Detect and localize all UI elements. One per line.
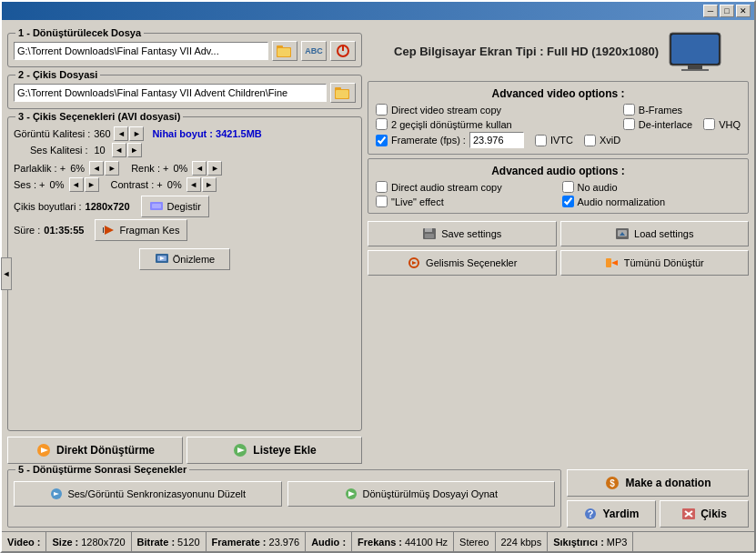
- ses-arrows: ◄ ►: [69, 177, 99, 192]
- senk-button[interactable]: Ses/Görüntü Senkronizasyonunu Düzelt: [14, 481, 282, 507]
- make-donation-button[interactable]: $ Make a donation: [567, 469, 749, 497]
- bottom-section: 5 - Dönüştürme Sonrasi Seçenekler Ses/Gö…: [2, 469, 754, 531]
- onizleme-button[interactable]: Önizleme: [139, 248, 230, 270]
- parlaklik-dec-button[interactable]: ◄: [89, 161, 104, 176]
- main-window: ─ □ ✕ 1 - Dönüştürülecek Dosya: [0, 0, 756, 553]
- stereo-status: Stereo: [454, 532, 495, 551]
- direct-audio-label: Direct audio stream copy: [391, 182, 502, 193]
- goruntu-row: Görüntü Kalitesi : 360 ◄ ► Nihai boyut :…: [14, 126, 356, 141]
- output-file-input[interactable]: [14, 84, 327, 102]
- size-status: Size : 1280x720: [46, 532, 131, 551]
- svg-rect-7: [336, 90, 348, 98]
- load-settings-button[interactable]: Load settings: [560, 221, 750, 246]
- ses-value: 0%: [48, 179, 66, 190]
- browse-video-button[interactable]: [272, 41, 297, 61]
- collapse-button[interactable]: ◄: [1, 257, 12, 290]
- source-file-input[interactable]: [14, 42, 268, 60]
- renk-inc-button[interactable]: ►: [207, 161, 222, 176]
- framerate-input[interactable]: [469, 132, 524, 148]
- svg-rect-25: [425, 234, 434, 238]
- direkt-button[interactable]: Direkt Dönüştürme: [7, 437, 183, 464]
- ses-kal-dec-button[interactable]: ◄: [112, 143, 126, 157]
- live-effect-row: "Live" effect: [376, 196, 555, 207]
- minimize-button[interactable]: ─: [703, 5, 718, 17]
- advanced-audio-section: Advanced audio options : Direct audio st…: [368, 158, 749, 214]
- fragman-button[interactable]: Fragman Kes: [95, 219, 187, 241]
- action-buttons: Save settings Load settings Gelismi: [368, 221, 749, 276]
- twopass-label: 2 geçişli dönüştürme kullan: [391, 119, 512, 130]
- goruntu-dec-button[interactable]: ◄: [114, 126, 128, 141]
- oynat-button[interactable]: Dönüştürülmüş Dosyayi Oynat: [287, 481, 556, 507]
- ses-kal-row: Ses Kalitesi : 10 ◄ ►: [14, 143, 356, 157]
- svg-text:$: $: [610, 478, 616, 488]
- svg-rect-1: [277, 45, 283, 48]
- twopass-checkbox[interactable]: [376, 118, 388, 130]
- contrast-value: 0%: [166, 179, 184, 190]
- contrast-dec-button[interactable]: ◄: [186, 177, 201, 192]
- live-effect-checkbox[interactable]: [376, 196, 388, 207]
- tumunu-button[interactable]: Tümünü Dönüştür: [560, 250, 750, 276]
- xvid-checkbox[interactable]: [584, 135, 596, 146]
- contrast-label: Contrast : +: [111, 179, 163, 190]
- browse-output-button[interactable]: [330, 83, 356, 103]
- svg-marker-30: [412, 261, 417, 265]
- save-settings-button[interactable]: Save settings: [368, 221, 557, 246]
- goruntu-arrows: ◄ ►: [114, 126, 144, 141]
- title-bar-buttons: ─ □ ✕: [703, 5, 751, 17]
- section2-input-row: [14, 83, 356, 103]
- ivtc-label: IVTC: [550, 135, 573, 146]
- power-button[interactable]: [330, 41, 356, 61]
- ses-inc-button[interactable]: ►: [85, 177, 99, 192]
- goruntu-inc-button[interactable]: ►: [129, 126, 144, 141]
- kbps-value: 224 kbps: [501, 537, 542, 548]
- liste-button[interactable]: Listeye Ekle: [186, 437, 362, 464]
- ses-kal-inc-button[interactable]: ►: [127, 143, 142, 157]
- ses-dec-button[interactable]: ◄: [69, 177, 84, 192]
- advanced-video-section: Advanced video options : Direct video st…: [368, 81, 749, 155]
- audio-norm-label: Audio normalization: [578, 196, 666, 207]
- onizleme-container: Önizleme: [14, 245, 356, 274]
- renk-value: 0%: [171, 163, 189, 174]
- contrast-inc-button[interactable]: ►: [202, 177, 217, 192]
- vhq-row: VHQ: [703, 118, 741, 130]
- post-options-group: 5 - Dönüştürme Sonrasi Seçenekler Ses/Gö…: [7, 469, 561, 528]
- cikis-button[interactable]: Çikis: [660, 500, 749, 528]
- video-status: Video :: [7, 532, 46, 551]
- framerate-value: 23.976: [269, 537, 300, 548]
- close-button[interactable]: ✕: [736, 5, 751, 17]
- size-value: 1280x720: [81, 537, 125, 548]
- parlaklik-inc-button[interactable]: ►: [105, 161, 119, 176]
- framerate-label: Framerate :: [212, 537, 267, 548]
- abc-button[interactable]: ABC: [301, 41, 327, 61]
- section3-title: 3 - Çikis Seçenekleri (AVI dosyasi): [15, 111, 183, 122]
- vhq-checkbox[interactable]: [703, 118, 715, 130]
- gelismis-button[interactable]: Gelismis Seçenekler: [368, 250, 557, 276]
- svg-rect-2: [277, 48, 290, 56]
- no-audio-checkbox[interactable]: [562, 181, 574, 193]
- live-effect-label: "Live" effect: [391, 196, 444, 207]
- ses-kal-label: Ses Kalitesi :: [30, 145, 88, 156]
- ses-kal-value: 10: [91, 145, 109, 156]
- maximize-button[interactable]: □: [720, 5, 734, 17]
- audio-norm-checkbox[interactable]: [562, 196, 574, 207]
- ivtc-checkbox[interactable]: [535, 135, 547, 146]
- direct-audio-checkbox[interactable]: [376, 181, 388, 193]
- degistir-button[interactable]: Degistir: [141, 196, 209, 217]
- renk-arrows: ◄ ►: [192, 161, 222, 176]
- framerate-checkbox[interactable]: [376, 135, 388, 146]
- yardim-button[interactable]: ? Yardim: [567, 500, 656, 528]
- framerate-row: Framerate (fps) : IVTC XviD: [376, 132, 741, 148]
- section1-input-row: ABC: [14, 41, 356, 61]
- monitor-icon: [668, 31, 722, 72]
- renk-label: Renk : +: [131, 163, 168, 174]
- sure-label: Süre :: [14, 225, 40, 236]
- bframes-checkbox[interactable]: [623, 104, 635, 116]
- direct-copy-checkbox[interactable]: [376, 104, 388, 116]
- goruntu-label: Görüntü Kalitesi :: [14, 128, 90, 139]
- parlaklik-value: 6%: [68, 163, 86, 174]
- ses-contrast-row: Ses : + 0% ◄ ► Contrast : + 0% ◄ ►: [14, 177, 356, 192]
- comp-value: MP3: [607, 537, 628, 548]
- post-options-title: 5 - Dönüştürme Sonrasi Seçenekler: [15, 464, 189, 475]
- renk-dec-button[interactable]: ◄: [192, 161, 207, 176]
- deinterlace-checkbox[interactable]: [623, 118, 635, 130]
